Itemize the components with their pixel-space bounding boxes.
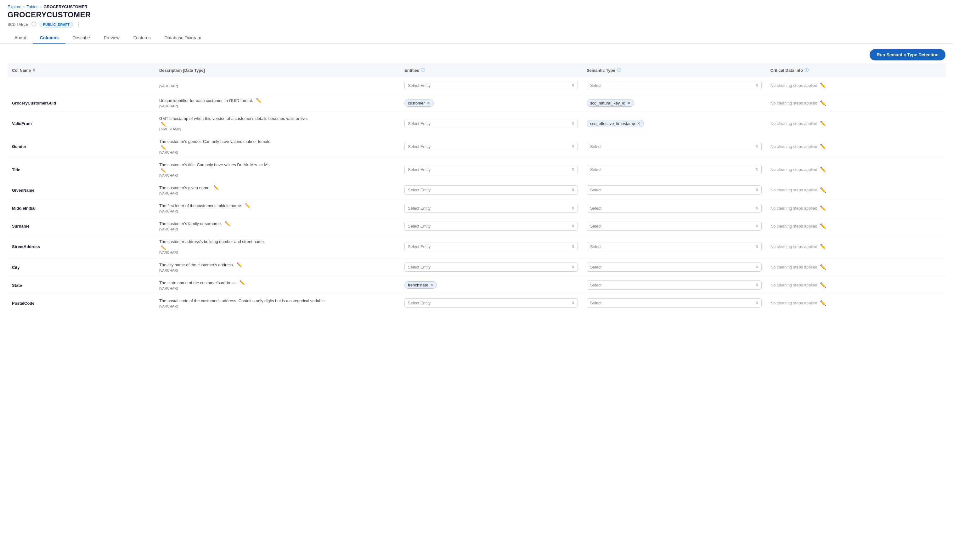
edit-description-icon[interactable]: ✏️ (239, 280, 245, 285)
semantic-select[interactable]: Select ⇅ (587, 298, 762, 307)
edit-critical-icon[interactable]: ✏️ (820, 244, 826, 250)
edit-description-icon[interactable]: ✏️ (161, 122, 166, 127)
entity-select[interactable]: Select Entity ⇅ (404, 81, 578, 90)
entity-select[interactable]: Select Entity ⇅ (404, 222, 578, 231)
semantic-select[interactable]: Select ⇅ (587, 165, 762, 174)
entity-select[interactable]: Select Entity ⇅ (404, 204, 578, 213)
entity-placeholder: Select Entity (408, 188, 430, 192)
edit-critical-icon[interactable]: ✏️ (820, 282, 826, 288)
semantic-cell: Select ⇅ (582, 199, 766, 217)
semantic-select[interactable]: Select ⇅ (587, 262, 762, 271)
tabs-bar: About Columns Describe Preview Features … (0, 32, 953, 44)
critical-value: No cleaning steps applied (770, 144, 817, 149)
table-row: SurnameThe customer's family or surname.… (8, 217, 945, 235)
col-name-cell: City (8, 258, 155, 276)
table-row: MiddleInitialThe first letter of the cus… (8, 199, 945, 217)
description-text: The customer's given name. (159, 185, 211, 190)
semantic-select[interactable]: Select ⇅ (587, 281, 762, 290)
edit-critical-icon[interactable]: ✏️ (820, 144, 826, 149)
tab-columns[interactable]: Columns (33, 32, 66, 44)
edit-description-icon[interactable]: ✏️ (256, 98, 261, 103)
semantic-arrow-icon: ⇅ (755, 168, 758, 172)
edit-critical-icon[interactable]: ✏️ (820, 187, 826, 193)
table-row: GenderThe customer's gender. Can only ha… (8, 135, 945, 158)
entity-select[interactable]: Select Entity ⇅ (404, 119, 578, 128)
run-semantic-button[interactable]: Run Semantic Type Detection (869, 49, 945, 60)
entity-arrow-icon: ⇅ (571, 168, 574, 172)
edit-description-icon[interactable]: ✏️ (245, 203, 250, 208)
edit-description-icon[interactable]: ✏️ (213, 185, 219, 190)
semantic-clear-icon[interactable]: ✕ (637, 121, 641, 126)
tab-preview[interactable]: Preview (97, 32, 127, 44)
breadcrumb-tables[interactable]: Tables (26, 5, 39, 9)
tab-about[interactable]: About (8, 32, 33, 44)
tab-database-diagram[interactable]: Database Diagram (158, 32, 208, 44)
semantic-cell: Select ⇅ (582, 258, 766, 276)
edit-critical-icon[interactable]: ✏️ (820, 264, 826, 270)
description-text: The customer's family or surname. (159, 221, 222, 226)
col-name-cell: StreetAddress (8, 235, 155, 258)
semantic-arrow-icon: ⇅ (755, 283, 758, 287)
entity-arrow-icon: ⇅ (571, 265, 574, 269)
table-row: StreetAddressThe customer address's buil… (8, 235, 945, 258)
breadcrumb-explore[interactable]: Explore (8, 5, 22, 9)
edit-critical-icon[interactable]: ✏️ (820, 121, 826, 127)
critical-value: No cleaning steps applied (770, 101, 817, 105)
edit-critical-icon[interactable]: ✏️ (820, 166, 826, 172)
edit-critical-icon[interactable]: ✏️ (820, 205, 826, 211)
entity-clear-icon[interactable]: ✕ (430, 283, 433, 287)
entity-placeholder: Select Entity (408, 144, 430, 149)
col-name-text: Gender (12, 144, 26, 149)
tab-features[interactable]: Features (127, 32, 158, 44)
semantic-info-icon[interactable]: ⓘ (617, 67, 621, 73)
description-cell: The city name of the customer's address.… (155, 258, 400, 276)
more-options-icon[interactable]: ⋮ (76, 22, 81, 27)
semantic-select[interactable]: Select ⇅ (587, 185, 762, 194)
semantic-chip: scd_natural_key_id ✕ (587, 99, 634, 107)
entity-select[interactable]: Select Entity ⇅ (404, 165, 578, 174)
description-cell: GMT timestamp of when this version of a … (155, 112, 400, 135)
edit-description-icon[interactable]: ✏️ (161, 168, 166, 173)
semantic-select[interactable]: Select ⇅ (587, 81, 762, 90)
semantic-cell: scd_effective_timestamp ✕ (582, 112, 766, 135)
entities-header: Entities ⓘ (400, 64, 582, 77)
semantic-cell: Select ⇅ (582, 276, 766, 294)
edit-critical-icon[interactable]: ✏️ (820, 223, 826, 229)
edit-critical-icon[interactable]: ✏️ (820, 82, 826, 88)
edit-critical-icon[interactable]: ✏️ (820, 300, 826, 306)
entity-arrow-icon: ⇅ (571, 144, 574, 149)
semantic-clear-icon[interactable]: ✕ (627, 101, 631, 105)
edit-description-icon[interactable]: ✏️ (225, 221, 230, 226)
edit-critical-icon[interactable]: ✏️ (820, 100, 826, 106)
entity-select[interactable]: Select Entity ⇅ (404, 242, 578, 251)
entity-select[interactable]: Select Entity ⇅ (404, 142, 578, 151)
tab-describe[interactable]: Describe (65, 32, 96, 44)
entity-clear-icon[interactable]: ✕ (427, 101, 430, 105)
data-type-text: [VARCHAR] (159, 287, 396, 290)
entity-select[interactable]: Select Entity ⇅ (404, 185, 578, 194)
entities-info-icon[interactable]: ⓘ (421, 67, 425, 73)
edit-description-icon[interactable]: ✏️ (161, 145, 166, 150)
semantic-select[interactable]: Select ⇅ (587, 242, 762, 251)
col-name-text: StreetAddress (12, 244, 40, 249)
semantic-placeholder: Select (590, 83, 601, 88)
critical-info-icon[interactable]: ⓘ (804, 67, 809, 73)
info-icon[interactable]: ⓘ (31, 21, 37, 28)
sort-icon[interactable]: ⇅ (33, 68, 35, 72)
semantic-select[interactable]: Select ⇅ (587, 204, 762, 213)
data-type-text: [VARCHAR] (159, 209, 396, 213)
description-cell: The state name of the customer's address… (155, 276, 400, 294)
semantic-type-header: Semantic Type ⓘ (582, 64, 766, 77)
edit-description-icon[interactable]: ✏️ (161, 245, 166, 250)
entity-cell: Select Entity ⇅ (400, 77, 582, 94)
entity-select[interactable]: Select Entity ⇅ (404, 298, 578, 307)
semantic-value: scd_effective_timestamp (590, 121, 635, 126)
col-name-text: GivenName (12, 188, 35, 192)
semantic-select[interactable]: Select ⇅ (587, 142, 762, 151)
entity-select[interactable]: Select Entity ⇅ (404, 262, 578, 271)
data-type-text: [VARCHAR] (159, 251, 396, 254)
semantic-select[interactable]: Select ⇅ (587, 222, 762, 231)
data-type-text: [VARCHAR] (159, 104, 396, 108)
entity-arrow-icon: ⇅ (571, 301, 574, 305)
edit-description-icon[interactable]: ✏️ (237, 262, 242, 267)
